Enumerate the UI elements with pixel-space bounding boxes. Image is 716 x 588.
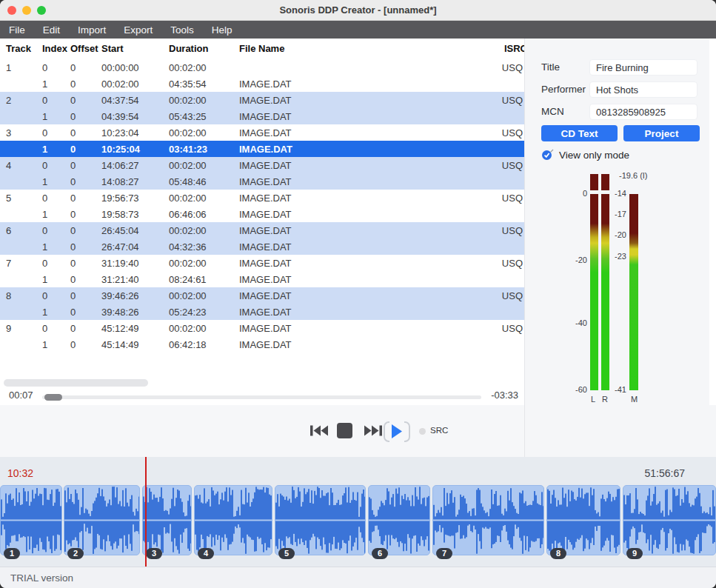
cd-text-button[interactable]: CD Text bbox=[541, 125, 618, 141]
waveform-track-block[interactable]: 1 bbox=[0, 485, 62, 555]
window-title: Sonoris DDP Creator - [unnamed*] bbox=[279, 4, 436, 16]
table-cell: 0 bbox=[70, 225, 101, 236]
play-button[interactable] bbox=[390, 424, 403, 441]
column-header-start[interactable]: Start bbox=[101, 43, 169, 54]
meter-scale-label: -23 bbox=[601, 252, 626, 261]
remaining-time: -03:33 bbox=[481, 390, 518, 401]
column-header-isrc[interactable]: ISRC bbox=[415, 43, 524, 54]
menu-item-export[interactable]: Export bbox=[124, 24, 153, 36]
table-cell: 0 bbox=[42, 127, 70, 138]
menu-item-tools[interactable]: Tools bbox=[170, 24, 194, 36]
previous-track-button[interactable] bbox=[310, 424, 329, 439]
column-header-track[interactable]: Track bbox=[6, 43, 42, 54]
playback-position-thumb[interactable] bbox=[44, 394, 62, 401]
playhead-line[interactable] bbox=[145, 457, 147, 567]
table-cell: 31:21:40 bbox=[101, 274, 169, 285]
table-cell: 00:02:00 bbox=[169, 95, 239, 106]
table-cell: 0 bbox=[42, 193, 70, 204]
table-cell: USQ bbox=[415, 258, 524, 269]
meter-scale-label: -20 bbox=[562, 255, 587, 264]
table-row[interactable]: 70031:19:4000:02:00IMAGE.DATUSQ bbox=[0, 255, 524, 271]
waveform-track-block[interactable]: 3 bbox=[142, 485, 192, 555]
table-row[interactable]: 1004:39:5405:43:25IMAGE.DAT bbox=[0, 108, 524, 124]
table-cell: 5 bbox=[6, 193, 42, 204]
table-row[interactable]: 1000:02:0004:35:54IMAGE.DAT bbox=[0, 76, 524, 92]
meter-scale-label: -14 bbox=[601, 189, 626, 198]
minimize-window-icon[interactable] bbox=[22, 6, 31, 15]
table-cell: 0 bbox=[70, 307, 101, 318]
table-row[interactable]: 1045:14:4906:42:18IMAGE.DAT bbox=[0, 336, 524, 353]
table-cell: IMAGE.DAT bbox=[239, 274, 415, 285]
menu-item-import[interactable]: Import bbox=[78, 24, 106, 36]
column-header-duration[interactable]: Duration bbox=[169, 43, 239, 54]
app-window: Sonoris DDP Creator - [unnamed*] File Ed… bbox=[0, 0, 716, 588]
waveform-track-strip: 123456789 bbox=[0, 485, 716, 555]
table-cell: 1 bbox=[42, 274, 70, 285]
menu-item-help[interactable]: Help bbox=[212, 24, 232, 36]
table-cell: 1 bbox=[6, 62, 42, 73]
waveform-track-block[interactable]: 5 bbox=[275, 485, 366, 555]
table-row[interactable]: 30010:23:0400:02:00IMAGE.DATUSQ bbox=[0, 124, 524, 141]
table-cell: 14:06:27 bbox=[101, 160, 169, 171]
table-cell: IMAGE.DAT bbox=[239, 323, 415, 334]
table-cell: 05:24:23 bbox=[169, 307, 239, 318]
table-row[interactable]: 50019:56:7300:02:00IMAGE.DATUSQ bbox=[0, 190, 524, 206]
table-row[interactable]: 20004:37:5400:02:00IMAGE.DATUSQ bbox=[0, 92, 524, 108]
track-marker: 3 bbox=[146, 548, 162, 559]
menu-item-file[interactable]: File bbox=[9, 24, 25, 36]
table-row[interactable]: 80039:46:2600:02:00IMAGE.DATUSQ bbox=[0, 287, 524, 304]
panel-scrollbar-gutter bbox=[709, 39, 716, 405]
playback-position-track[interactable] bbox=[42, 395, 481, 399]
table-cell: 05:48:46 bbox=[169, 176, 239, 187]
waveform-track-block[interactable]: 6 bbox=[368, 485, 430, 555]
waveform-track-block[interactable]: 4 bbox=[194, 485, 272, 555]
next-track-icon bbox=[364, 424, 383, 437]
table-row[interactable]: 1031:21:4008:24:61IMAGE.DAT bbox=[0, 271, 524, 287]
table-cell: 19:56:73 bbox=[101, 193, 169, 204]
src-indicator-dot[interactable] bbox=[419, 428, 426, 435]
table-cell: 0 bbox=[70, 127, 101, 138]
table-cell: 31:19:40 bbox=[101, 258, 169, 269]
waveform-track-block[interactable]: 2 bbox=[64, 485, 140, 555]
table-row[interactable]: 1014:08:2705:48:46IMAGE.DAT bbox=[0, 173, 524, 190]
table-row[interactable]: 1010:25:0403:41:23IMAGE.DAT bbox=[0, 141, 524, 157]
table-cell: IMAGE.DAT bbox=[239, 78, 415, 90]
title-field[interactable] bbox=[589, 59, 697, 76]
next-track-button[interactable] bbox=[364, 424, 383, 439]
playhead-time-label: 10:32 bbox=[7, 467, 33, 479]
horizontal-scrollbar-thumb[interactable] bbox=[4, 379, 148, 387]
table-cell: IMAGE.DAT bbox=[239, 307, 415, 318]
table-cell: 0 bbox=[70, 111, 101, 122]
column-header-filename[interactable]: File Name bbox=[239, 43, 415, 54]
table-row[interactable]: 1039:48:2605:24:23IMAGE.DAT bbox=[0, 304, 524, 320]
track-marker: 7 bbox=[436, 548, 452, 559]
view-only-mode-checkbox[interactable]: View only mode bbox=[541, 149, 629, 161]
table-row[interactable]: 1019:58:7306:46:06IMAGE.DAT bbox=[0, 206, 524, 222]
previous-track-icon bbox=[310, 424, 329, 437]
stop-button[interactable] bbox=[337, 423, 352, 438]
waveform-track-block[interactable]: 8 bbox=[546, 485, 620, 555]
waveform-track-block[interactable]: 7 bbox=[432, 485, 544, 555]
meter-scale-label: 0 bbox=[562, 189, 587, 198]
close-window-icon[interactable] bbox=[7, 6, 16, 15]
mcn-field[interactable] bbox=[589, 104, 697, 120]
table-cell: 1 bbox=[42, 307, 70, 318]
waveform-track-block[interactable]: 9 bbox=[623, 485, 716, 555]
table-row[interactable]: 60026:45:0400:02:00IMAGE.DATUSQ bbox=[0, 222, 524, 238]
left-channel-label: L bbox=[591, 395, 595, 404]
table-row[interactable]: 90045:12:4900:02:00IMAGE.DATUSQ bbox=[0, 320, 524, 336]
table-row[interactable]: 1026:47:0404:32:36IMAGE.DAT bbox=[0, 238, 524, 255]
menu-item-edit[interactable]: Edit bbox=[43, 24, 60, 36]
table-row[interactable]: 10000:00:0000:02:00USQ bbox=[0, 59, 524, 76]
performer-field[interactable] bbox=[589, 81, 697, 98]
zoom-window-icon[interactable] bbox=[37, 6, 46, 15]
table-cell: 04:32:36 bbox=[169, 241, 239, 253]
status-bar: TRIAL version bbox=[0, 567, 716, 588]
table-cell: 0 bbox=[70, 95, 101, 106]
column-header-offset[interactable]: Offset bbox=[70, 43, 101, 54]
column-header-index[interactable]: Index bbox=[42, 43, 70, 54]
table-cell: 1 bbox=[42, 144, 70, 155]
project-button[interactable]: Project bbox=[623, 125, 700, 141]
table-cell: IMAGE.DAT bbox=[239, 144, 415, 155]
table-row[interactable]: 40014:06:2700:02:00IMAGE.DATUSQ bbox=[0, 157, 524, 173]
